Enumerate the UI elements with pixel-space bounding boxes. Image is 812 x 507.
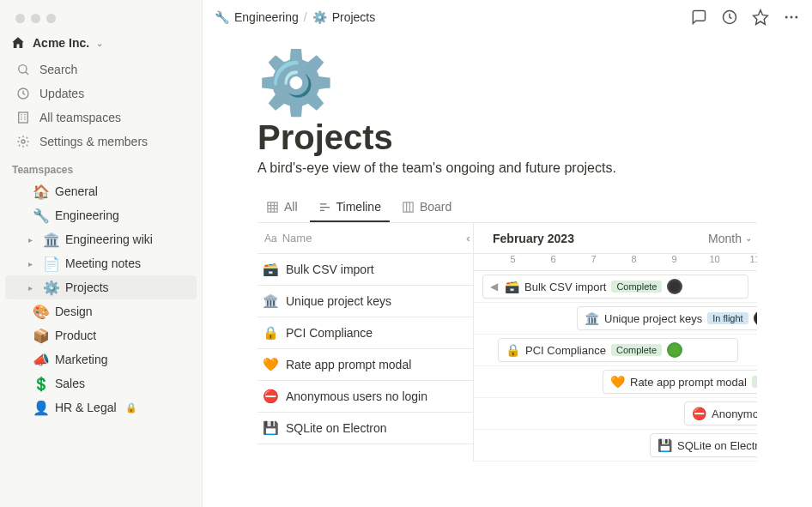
teamspace-emoji: 📄: [43, 256, 58, 272]
card-name: Rate app prompt modal: [630, 376, 747, 389]
project-name: Bulk CSV import: [286, 263, 374, 276]
comment-icon[interactable]: [690, 9, 707, 26]
page-title[interactable]: Projects: [258, 118, 757, 157]
avatar: [667, 279, 682, 294]
page-icon[interactable]: ⚙️: [258, 51, 757, 113]
project-name: Anonymous users no login: [286, 389, 427, 403]
disclosure-icon[interactable]: ▸: [24, 283, 36, 293]
card-name: SQLite on Electron: [677, 439, 757, 452]
teamspace-label: Marketing: [55, 353, 107, 366]
sidebar-search[interactable]: Search: [5, 57, 197, 81]
status-tag: Complete: [611, 344, 662, 356]
more-icon[interactable]: [783, 9, 800, 26]
timeline-zoom-select[interactable]: Month ⌄: [708, 232, 752, 245]
table-icon: [266, 201, 279, 214]
timeline-date-row: 56789101112: [474, 254, 757, 271]
timeline-date-cell: 6: [533, 254, 573, 270]
collapse-icon[interactable]: ‹‹: [466, 232, 468, 244]
teamspace-emoji: 📦: [33, 328, 48, 344]
status-tag: In flight: [707, 312, 748, 324]
timeline-card[interactable]: 🏛️Unique project keysIn flight: [577, 306, 757, 330]
project-emoji: 🏛️: [263, 293, 279, 309]
teamspace-emoji: 📣: [33, 352, 48, 368]
card-name: Bulk CSV import: [524, 281, 606, 293]
page-subtitle[interactable]: A bird's-eye view of the team's ongoing …: [258, 160, 757, 176]
timeline-body: ◀🗃️Bulk CSV importComplete🏛️Unique proje…: [474, 271, 757, 462]
timeline-card[interactable]: 🔒PCI ComplianceComplete: [498, 338, 738, 362]
svg-point-5: [785, 16, 788, 19]
teamspace-item[interactable]: ▸⚙️Projects: [5, 275, 197, 299]
breadcrumb-parent-emoji: 🔧: [215, 10, 229, 24]
tab-board[interactable]: Board: [393, 195, 460, 222]
teamspaces-list: 🏠General🔧Engineering▸🏛️Engineering wiki▸…: [0, 179, 202, 419]
timeline-date-cell: 8: [614, 254, 654, 270]
breadcrumb-current-emoji: ⚙️: [312, 10, 327, 24]
card-name: PCI Compliance: [525, 344, 606, 357]
project-row[interactable]: 🔒PCI Compliance: [258, 317, 473, 349]
name-col-prefix: Aa: [264, 232, 277, 244]
project-row[interactable]: 🗃️Bulk CSV import: [258, 254, 473, 286]
project-emoji: 🧡: [263, 357, 279, 372]
project-row[interactable]: ⛔Anonymous users no login: [258, 381, 473, 413]
svg-rect-8: [268, 202, 277, 211]
timeline-row: ⛔Anonymous users: [474, 398, 757, 430]
project-emoji: 💾: [263, 420, 279, 436]
sidebar-settings[interactable]: Settings & members: [5, 130, 197, 154]
teamspace-item[interactable]: 📦Product: [5, 323, 197, 347]
chevron-down-icon: ⌄: [745, 233, 752, 243]
teamspace-emoji: 🔧: [33, 208, 48, 224]
sidebar-updates[interactable]: Updates: [5, 81, 197, 106]
gear-icon: [15, 134, 31, 149]
teamspace-item[interactable]: 🏠General: [5, 179, 197, 203]
project-row[interactable]: 🏛️Unique project keys: [258, 286, 473, 317]
tab-timeline[interactable]: Timeline: [310, 195, 390, 222]
project-row[interactable]: 💾SQLite on Electron: [258, 413, 473, 444]
timeline-card[interactable]: ◀🗃️Bulk CSV importComplete: [482, 275, 748, 299]
timeline-column: February 2023 Month ⌄ 56789101112 ◀🗃️Bul…: [474, 223, 757, 462]
name-column: Aa Name ‹‹ 🗃️Bulk CSV import🏛️Unique pro…: [258, 223, 474, 462]
card-emoji: 🗃️: [505, 280, 519, 293]
timeline-card[interactable]: ⛔Anonymous users: [684, 401, 757, 426]
timeline-month-label: February 2023: [493, 232, 574, 245]
teamspace-item[interactable]: 💲Sales: [5, 371, 197, 395]
teamspace-item[interactable]: 🔧Engineering: [5, 203, 197, 227]
teamspace-item[interactable]: 🎨Design: [5, 299, 197, 323]
workspace-switcher[interactable]: Acme Inc. ⌄: [0, 32, 202, 57]
name-column-header[interactable]: Aa Name ‹‹: [258, 223, 473, 254]
sidebar-updates-label: Updates: [39, 87, 84, 100]
sidebar-all-teamspaces[interactable]: All teamspaces: [5, 106, 197, 130]
topbar-actions: [690, 9, 800, 26]
tab-all-label: All: [284, 200, 298, 214]
timeline-card[interactable]: 💾SQLite on ElectronPla: [650, 433, 757, 457]
teamspace-label: Meeting notes: [65, 257, 141, 270]
teamspace-item[interactable]: ▸🏛️Engineering wiki: [5, 227, 197, 251]
disclosure-icon[interactable]: ▸: [24, 235, 36, 244]
teamspace-emoji: ⚙️: [43, 280, 58, 296]
timeline-card[interactable]: 🧡Rate app prompt modalCompl: [603, 370, 757, 394]
tab-all[interactable]: All: [258, 195, 306, 222]
disclosure-icon[interactable]: ▸: [24, 259, 36, 269]
breadcrumb[interactable]: 🔧 Engineering / ⚙️ Projects: [215, 10, 375, 24]
building-icon: [15, 110, 31, 125]
teamspace-item[interactable]: 📣Marketing: [5, 347, 197, 371]
timeline-row: 💾SQLite on ElectronPla: [474, 430, 757, 462]
project-name: Rate app prompt modal: [286, 358, 411, 371]
home-icon: [10, 35, 26, 51]
teamspace-item[interactable]: ▸📄Meeting notes: [5, 251, 197, 275]
clock-history-icon[interactable]: [721, 9, 738, 26]
breadcrumb-parent[interactable]: Engineering: [234, 10, 299, 24]
topbar: 🔧 Engineering / ⚙️ Projects: [203, 0, 812, 31]
lock-icon: 🔒: [125, 402, 137, 413]
timeline-date-cell: 7: [573, 254, 614, 270]
star-icon[interactable]: [752, 9, 769, 26]
project-row[interactable]: 🧡Rate app prompt modal: [258, 349, 473, 381]
sidebar-settings-label: Settings & members: [39, 135, 148, 148]
teamspace-item[interactable]: 👤HR & Legal🔒: [5, 395, 197, 419]
teamspace-label: General: [55, 184, 98, 198]
timeline-row: 🧡Rate app prompt modalCompl: [474, 366, 757, 398]
sidebar: Acme Inc. ⌄ Search Updates All teamspace…: [0, 0, 203, 507]
clock-icon: [15, 86, 31, 101]
card-emoji: ⛔: [692, 407, 706, 420]
teamspace-label: Engineering wiki: [65, 232, 153, 246]
card-name: Anonymous users: [712, 407, 757, 420]
